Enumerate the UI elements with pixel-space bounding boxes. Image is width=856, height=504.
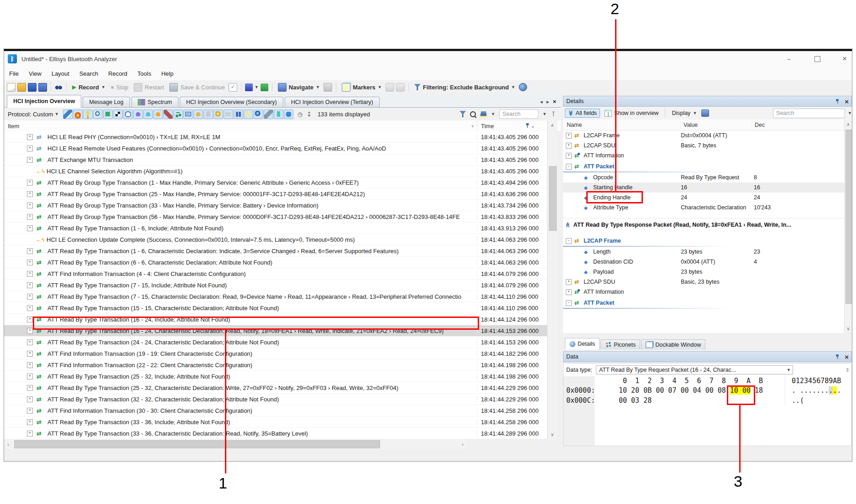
search-input[interactable]: Search <box>499 109 538 119</box>
chevron-down-icon[interactable]: ▼ <box>848 111 852 115</box>
expand-icon[interactable]: + <box>27 317 33 322</box>
list-item[interactable]: + ATT Read By Type Transaction (7 - 15, … <box>4 280 547 291</box>
markers-button[interactable]: Markers▼ <box>340 82 384 93</box>
minimize-button[interactable]: – <box>780 53 798 65</box>
expand-icon[interactable]: + <box>27 282 33 288</box>
expand-icon[interactable] <box>27 169 32 174</box>
protocol-filter-icon[interactable] <box>173 109 183 119</box>
search-icon[interactable] <box>470 111 476 117</box>
document-tab[interactable]: Message Log <box>83 97 130 107</box>
chevron-down-icon[interactable]: ▼ <box>55 112 59 116</box>
chevron-down-icon[interactable]: ∨ <box>471 124 477 128</box>
protocol-filter-icon[interactable] <box>224 109 233 119</box>
expand-icon[interactable]: + <box>27 431 33 436</box>
bottom-tab[interactable]: Details <box>565 338 600 349</box>
pin-icon[interactable] <box>835 99 840 104</box>
list-item[interactable]: + HCI LE Read Remote Used Features (Conn… <box>4 143 547 154</box>
expand-icon[interactable] <box>566 195 581 200</box>
list-item[interactable]: + ATT Read By Type Transaction (33 - 36,… <box>4 428 547 439</box>
tab-scroll-right-icon[interactable]: ▸ <box>546 99 549 105</box>
expand-icon[interactable] <box>27 237 32 242</box>
details-scrollbar[interactable]: ∧ ∨ <box>844 120 852 333</box>
protocol-filter-icon[interactable] <box>254 109 263 119</box>
expand-icon[interactable]: + <box>27 362 33 368</box>
filter-funnel-icon[interactable] <box>459 111 466 117</box>
list-item[interactable]: + ATT Read By Type Transaction (16 - 24,… <box>4 325 547 337</box>
expand-icon[interactable] <box>566 205 581 210</box>
menu-item[interactable]: File <box>4 68 24 79</box>
expand-icon[interactable]: + <box>566 133 572 139</box>
prev-marker-icon[interactable] <box>386 83 394 92</box>
details-row[interactable]: Starting Handle 16 16 <box>563 182 844 192</box>
details-row[interactable]: + L2CAP SDU Basic, 23 bytes <box>563 277 844 287</box>
close-icon[interactable]: × <box>845 98 849 105</box>
expand-icon[interactable]: + <box>27 157 33 163</box>
expand-icon[interactable]: + <box>27 419 33 425</box>
protocol-filter-icon[interactable] <box>83 109 93 119</box>
details-row[interactable]: - ATT Packet <box>563 161 844 172</box>
export-icon[interactable] <box>701 109 709 117</box>
reset-icon[interactable] <box>261 83 268 91</box>
list-item[interactable]: + ATT Read By Type Transaction (25 - 32,… <box>4 371 547 382</box>
data-type-select[interactable]: ATT Read By Type Request Packet (16 - 24… <box>596 365 793 374</box>
list-item[interactable]: + ATT Read By Group Type Transaction (1 … <box>4 177 547 188</box>
list-item[interactable]: + ATT Read By Type Transaction (24 - 24,… <box>4 337 547 348</box>
details-row[interactable]: Attribute Type Characteristic Declaratio… <box>563 203 844 213</box>
document-tab[interactable]: Spectrum <box>131 97 179 107</box>
scroll-up-icon[interactable]: ∧ <box>548 120 557 130</box>
find-icon[interactable] <box>55 83 63 91</box>
protocol-filter-icon[interactable] <box>193 109 203 119</box>
expand-icon[interactable]: + <box>27 260 33 265</box>
scroll-down-icon[interactable]: ∨ <box>845 324 852 333</box>
verify-checkbox-icon[interactable]: ✓ <box>229 83 237 92</box>
scrollbar-thumb[interactable] <box>14 440 380 448</box>
response-packet-header[interactable]: ≫ ATT Read By Type Response Packet (Read… <box>563 218 844 231</box>
show-in-overview-button[interactable]: Show in overview <box>603 109 660 118</box>
list-item[interactable]: + ATT Read By Type Transaction (1 - 6, C… <box>4 245 547 257</box>
list-item[interactable]: + ATT Exchange MTU Transaction 18:41:43.… <box>4 154 547 166</box>
protocol-filter-icon[interactable] <box>163 109 173 119</box>
list-item[interactable]: + ATT Find Information Transaction (19 -… <box>4 348 547 359</box>
export-icon[interactable]: ↧ <box>307 111 312 118</box>
protocol-filter-icon[interactable] <box>234 109 243 119</box>
details-row[interactable]: Opcode Read By Type Request 8 <box>563 172 844 182</box>
expand-icon[interactable]: + <box>27 134 33 140</box>
expand-icon[interactable]: + <box>566 153 572 159</box>
expand-icon[interactable] <box>566 249 581 255</box>
save-icon[interactable] <box>28 83 37 92</box>
list-item[interactable]: + ATT Find Information Transaction (4 - … <box>4 268 547 280</box>
expand-icon[interactable]: + <box>27 374 33 379</box>
list-item[interactable]: + ATT Find Information Transaction (22 -… <box>4 359 547 371</box>
list-item[interactable]: + ATT Read By Type Transaction (7 - 15, … <box>4 291 547 302</box>
timing-icon[interactable]: ◷ <box>298 111 303 118</box>
menu-item[interactable]: Layout <box>47 68 74 79</box>
scroll-down-icon[interactable]: ∨ <box>548 430 557 439</box>
expand-icon[interactable]: + <box>27 271 33 277</box>
details-row[interactable]: Destination CID 0x0004 (ATT) 4 <box>563 257 844 267</box>
protocol-filter-icon[interactable] <box>73 109 83 119</box>
protocol-filter-icon[interactable] <box>103 109 113 119</box>
column-dec[interactable]: Dec <box>752 122 852 128</box>
protocol-filter-icon[interactable] <box>214 109 223 119</box>
expand-icon[interactable]: + <box>27 396 33 402</box>
navigate-button[interactable]: Navigate▼ <box>276 82 322 93</box>
details-row[interactable]: + ATT Information <box>563 287 844 297</box>
expand-icon[interactable] <box>566 175 581 180</box>
details-row[interactable]: Length 23 bytes 23 <box>563 247 844 257</box>
details-row[interactable]: Payload 23 bytes <box>563 267 844 277</box>
list-item[interactable]: + ATT Read By Type Transaction (1 - 6, I… <box>4 223 547 234</box>
menu-item[interactable]: View <box>24 68 47 79</box>
all-fields-button[interactable]: ≫ All fields <box>565 109 600 118</box>
expand-icon[interactable]: + <box>27 145 33 151</box>
expand-icon[interactable]: - <box>566 300 572 306</box>
document-tab[interactable]: HCI Injection Overview (Secondary) <box>180 97 283 107</box>
expand-icon[interactable]: + <box>27 191 33 197</box>
column-value[interactable]: Value <box>681 122 752 128</box>
expand-icon[interactable] <box>566 270 581 275</box>
highlight-icon[interactable] <box>480 111 487 117</box>
hex-row[interactable]: 0x0000: 10 20 0B 00 07 00 04 00 08 10 00… <box>564 385 851 395</box>
details-search-input[interactable]: Search <box>773 109 845 118</box>
expand-icon[interactable]: + <box>27 225 33 231</box>
expand-icon[interactable]: + <box>27 203 33 208</box>
list-item[interactable]: + ATT Read By Type Transaction (33 - 36,… <box>4 416 547 428</box>
